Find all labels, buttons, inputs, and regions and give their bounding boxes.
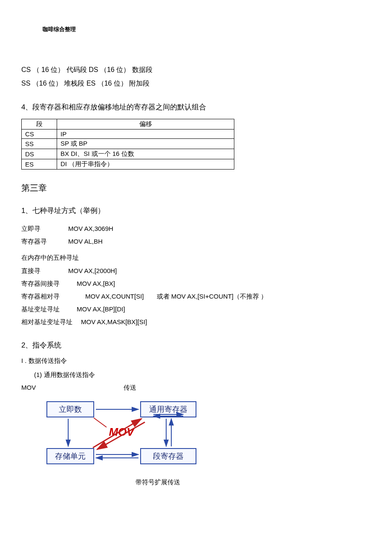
cell-off: SP 或 BP <box>57 139 234 149</box>
cell-seg: CS <box>22 129 57 139</box>
segment-line-1: CS （ 16 位） 代码段 DS （16 位） 数据段 <box>21 63 371 77</box>
cell-seg: ES <box>22 159 57 170</box>
addressing-label: 寄存器间接寻 <box>21 277 77 290</box>
instruction-mov: MOV 传送 <box>21 382 371 394</box>
addressing-code: MOV AX,MASK[BX][SI] <box>81 316 147 328</box>
diagram-box-seg-reg: 段寄存器 <box>153 452 184 460</box>
mov-diagram-svg: 立即数 通用寄存器 存储单元 段寄存器 MOV <box>43 397 200 470</box>
addressing-register: 寄存器寻 MOV AL,BH <box>21 235 371 248</box>
addressing-label: 立即寻 <box>21 222 68 235</box>
diagram-box-general-reg: 通用寄存器 <box>149 405 187 414</box>
addressing-code: MOV AX,[BX] <box>77 277 115 290</box>
addressing-code: MOV AX,[BP][DI] <box>77 303 125 316</box>
signed-extend-label: 带符号扩展传送 <box>72 478 243 486</box>
table-header-row: 段 偏移 <box>22 119 234 129</box>
table-row: SS SP 或 BP <box>22 139 234 149</box>
addressing-code: MOV AL,BH <box>68 235 103 248</box>
segment-line-2: SS （16 位） 堆栈段 ES （16 位） 附加段 <box>21 77 371 90</box>
table-row: CS IP <box>22 129 234 139</box>
header-note: 咖啡综合整理 <box>43 26 371 33</box>
diagram-box-immediate: 立即数 <box>59 405 82 414</box>
memory-addressing-header: 在内存中的五种寻址 <box>21 254 371 262</box>
addressing-immediate: 立即寻 MOV AX,3069H <box>21 222 371 235</box>
cell-off: IP <box>57 129 234 139</box>
diagram-box-memory: 存储单元 <box>55 452 86 460</box>
instruction-name: MOV <box>21 382 124 394</box>
section-3-2-title: 2、指令系统 <box>21 340 371 350</box>
addressing-label: 基址变址寻址 <box>21 303 77 316</box>
segment-offset-table: 段 偏移 CS IP SS SP 或 BP DS BX DI、SI 或一个 16… <box>21 119 234 170</box>
table-row: DS BX DI、SI 或一个 16 位数 <box>22 149 234 159</box>
addressing-base-index: 基址变址寻址 MOV AX,[BP][DI] <box>21 303 371 316</box>
addressing-code: MOV AX,[2000H] <box>68 265 117 277</box>
addressing-note: 或者 MOV AX,[SI+COUNT]（不推荐 ） <box>157 290 268 303</box>
addressing-label: 寄存器相对寻 <box>21 290 85 303</box>
cell-off: BX DI、SI 或一个 16 位数 <box>57 149 234 159</box>
subsection-i-title: I . 数据传送指令 <box>21 357 371 365</box>
addressing-reg-relative: 寄存器相对寻 MOV AX,COUNT[SI] 或者 MOV AX,[SI+CO… <box>21 290 371 303</box>
addressing-rel-base-index: 相对基址变址寻址 MOV AX,MASK[BX][SI] <box>21 316 371 328</box>
th-segment: 段 <box>22 119 57 129</box>
addressing-direct: 直接寻 MOV AX,[2000H] <box>21 265 371 277</box>
cell-seg: SS <box>22 139 57 149</box>
addressing-label: 寄存器寻 <box>21 235 68 248</box>
addressing-label: 直接寻 <box>21 265 68 277</box>
addressing-code: MOV AX,3069H <box>68 222 113 235</box>
addressing-label: 相对基址变址寻址 <box>21 316 81 328</box>
addressing-reg-indirect: 寄存器间接寻 MOV AX,[BX] <box>21 277 371 290</box>
chapter-3-title: 第三章 <box>21 182 371 194</box>
mov-diagram: 立即数 通用寄存器 存储单元 段寄存器 MOV <box>43 397 371 470</box>
section-4-title: 4、段寄存器和相应存放偏移地址的寄存器之间的默认组合 <box>21 102 371 112</box>
subsection-1-title: (1) 通用数据传送指令 <box>34 371 371 379</box>
section-3-1-title: 1、七种寻址方式（举例） <box>21 206 371 216</box>
table-row: ES DI （用于串指令） <box>22 159 234 170</box>
cell-seg: DS <box>22 149 57 159</box>
addressing-code: MOV AX,COUNT[SI] <box>85 290 144 303</box>
svg-line-14 <box>94 418 107 427</box>
document-page: 咖啡综合整理 CS （ 16 位） 代码段 DS （16 位） 数据段 SS （… <box>0 0 392 503</box>
th-offset: 偏移 <box>57 119 234 129</box>
cell-off: DI （用于串指令） <box>57 159 234 170</box>
instruction-desc: 传送 <box>124 382 136 394</box>
